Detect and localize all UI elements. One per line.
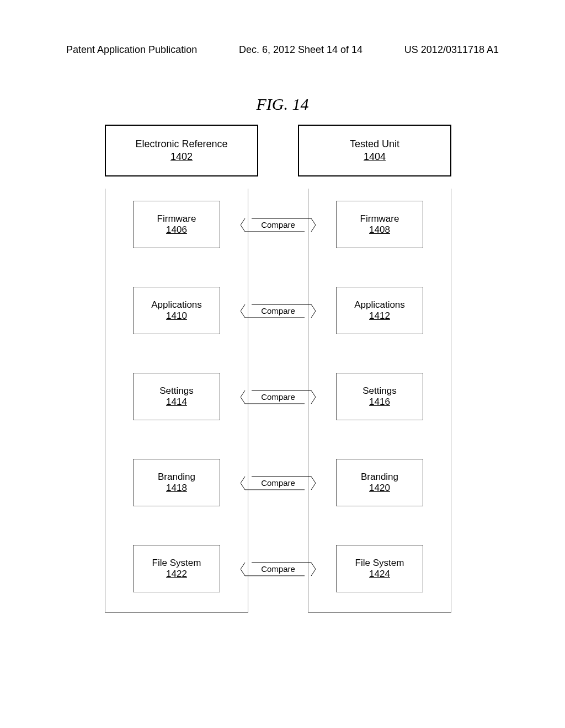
ref-filesystem-box: File System 1422 — [133, 545, 220, 592]
tested-settings-box: Settings 1416 — [336, 373, 423, 420]
compare-settings-label: Compare — [260, 392, 296, 402]
ref-branding-box: Branding 1418 — [133, 459, 220, 506]
col-header-reference-label: Electronic Reference — [135, 138, 227, 150]
compare-branding-label: Compare — [260, 478, 296, 488]
compare-settings: Compare — [248, 373, 308, 420]
col-header-reference: Electronic Reference 1402 — [105, 125, 258, 176]
col-body-reference: Firmware 1406 Applications 1410 Settings… — [105, 189, 248, 613]
ref-branding-label: Branding — [158, 472, 195, 483]
compare-firmware: Compare — [248, 201, 308, 248]
tested-firmware-box: Firmware 1408 — [336, 201, 423, 248]
compare-filesystem-label: Compare — [260, 564, 296, 574]
col-header-tested-ref: 1404 — [364, 151, 386, 163]
col-header-tested-label: Tested Unit — [350, 138, 399, 150]
tested-applications-num: 1412 — [369, 311, 390, 322]
tested-branding-num: 1420 — [369, 483, 390, 494]
tested-settings-label: Settings — [363, 386, 396, 397]
compare-filesystem: Compare — [248, 545, 308, 592]
tested-firmware-label: Firmware — [360, 213, 399, 224]
ref-applications-num: 1410 — [166, 311, 187, 322]
diagram-body: Firmware 1406 Applications 1410 Settings… — [105, 189, 451, 613]
tested-filesystem-box: File System 1424 — [336, 545, 423, 592]
figure-diagram: Electronic Reference 1402 Tested Unit 14… — [105, 125, 451, 613]
ref-applications-box: Applications 1410 — [133, 287, 220, 334]
col-header-reference-ref: 1402 — [170, 151, 193, 163]
ref-filesystem-num: 1422 — [166, 569, 187, 580]
tested-branding-box: Branding 1420 — [336, 459, 423, 506]
tested-filesystem-label: File System — [355, 558, 404, 569]
tested-branding-label: Branding — [361, 472, 398, 483]
compare-applications: Compare — [248, 287, 308, 334]
tested-applications-box: Applications 1412 — [336, 287, 423, 334]
figure-title: FIG. 14 — [0, 95, 565, 114]
header-publication: Patent Application Publication — [66, 44, 197, 56]
ref-firmware-box: Firmware 1406 — [133, 201, 220, 248]
compare-column: Compare Compare Compare — [248, 201, 308, 625]
ref-filesystem-label: File System — [152, 558, 201, 569]
ref-settings-label: Settings — [159, 386, 193, 397]
tested-settings-num: 1416 — [369, 397, 390, 408]
ref-branding-num: 1418 — [166, 483, 187, 494]
header-pub-number: US 2012/0311718 A1 — [404, 44, 499, 56]
page-header: Patent Application Publication Dec. 6, 2… — [0, 44, 565, 56]
ref-firmware-num: 1406 — [166, 224, 187, 235]
column-headers: Electronic Reference 1402 Tested Unit 14… — [105, 125, 451, 176]
ref-settings-box: Settings 1414 — [133, 373, 220, 420]
ref-applications-label: Applications — [151, 299, 202, 311]
ref-firmware-label: Firmware — [157, 213, 196, 224]
compare-branding: Compare — [248, 459, 308, 506]
compare-firmware-label: Compare — [260, 220, 296, 229]
col-body-tested: Firmware 1408 Applications 1412 Settings… — [308, 189, 451, 613]
compare-applications-label: Compare — [260, 306, 296, 315]
tested-firmware-num: 1408 — [369, 224, 390, 235]
tested-applications-label: Applications — [354, 299, 405, 311]
header-date-sheet: Dec. 6, 2012 Sheet 14 of 14 — [239, 44, 363, 56]
tested-filesystem-num: 1424 — [369, 569, 390, 580]
col-header-tested: Tested Unit 1404 — [298, 125, 451, 176]
ref-settings-num: 1414 — [166, 397, 187, 408]
